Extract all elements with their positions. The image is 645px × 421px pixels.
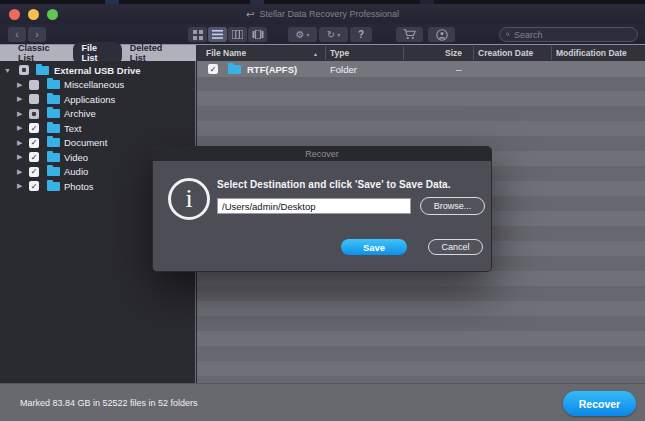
tree-item-archive[interactable]: ▶ Archive [0,107,195,122]
disclosure-collapsed-icon[interactable]: ▶ [17,182,22,190]
view-list-button[interactable] [208,27,227,42]
folder-icon [47,153,60,162]
disclosure-expanded-icon[interactable]: ▼ [4,67,11,74]
folder-icon [47,109,60,118]
forward-button[interactable]: › [28,27,46,42]
tree-checkbox[interactable] [29,80,39,90]
dialog-titlebar[interactable]: Recover [153,147,491,161]
search-field[interactable] [499,27,638,42]
folder-icon [47,138,60,147]
tree-checkbox[interactable] [29,152,39,162]
question-mark-icon: ? [358,29,364,40]
folder-icon [47,182,60,191]
coverflow-view-icon [252,30,264,39]
restore-icon: ↻ [327,30,335,40]
grid-view-icon [193,30,203,40]
tree-checkbox[interactable] [29,123,39,133]
tree-item-label: Miscellaneous [64,79,124,90]
disclosure-collapsed-icon[interactable]: ▶ [17,124,22,132]
disclosure-collapsed-icon[interactable]: ▶ [17,95,22,103]
info-icon: i [168,178,210,220]
save-button[interactable]: Save [341,239,407,255]
folder-icon [47,124,60,133]
tree-item-label: Text [64,123,81,134]
row-checkbox[interactable] [208,64,218,74]
app-window: ↩ Stellar Data Recovery Professional ‹ › [0,0,645,421]
cancel-button[interactable]: Cancel [428,239,483,255]
help-button[interactable]: ? [350,27,372,42]
marked-summary-text: Marked 83.84 GB in 52522 files in 52 fol… [20,384,198,421]
account-button[interactable] [428,27,455,42]
window-titlebar: ↩ Stellar Data Recovery Professional [0,4,645,24]
view-grid-button[interactable] [188,27,207,42]
file-row-selected[interactable]: RTF(APFS) Folder -- [197,61,645,77]
list-mode-tabbar: Classic List File List Deleted List [0,45,196,61]
app-logo-icon: ↩ [246,9,254,20]
browse-button[interactable]: Browse... [420,197,485,215]
folder-icon [47,80,60,89]
search-icon [506,30,510,39]
column-header-type[interactable]: Type [330,45,349,61]
columns-view-icon [232,30,243,39]
tree-item-root[interactable]: ▼ External USB Drive [0,63,195,78]
file-type-cell: Folder [330,61,357,77]
tree-item-label: Audio [64,166,88,177]
person-icon [436,29,448,41]
column-header-modification-date[interactable]: Modification Date [556,45,627,61]
view-coverflow-button[interactable] [248,27,267,42]
tree-item-label: Archive [64,108,96,119]
sort-ascending-icon[interactable]: ▴ [314,45,317,61]
recover-button[interactable]: Recover [563,391,636,416]
search-input[interactable] [514,30,631,40]
folder-icon [228,65,241,74]
disclosure-collapsed-icon[interactable]: ▶ [17,81,22,89]
window-title-group: ↩ Stellar Data Recovery Professional [0,4,645,24]
folder-icon [36,66,49,75]
tree-item-applications[interactable]: ▶ Applications [0,92,195,107]
file-size-cell: -- [403,61,462,77]
tree-checkbox[interactable] [29,138,39,148]
disclosure-collapsed-icon[interactable]: ▶ [17,168,22,176]
column-divider[interactable] [325,46,326,60]
folder-icon [47,167,60,176]
tree-item-label: External USB Drive [54,65,141,76]
tree-checkbox[interactable] [29,181,39,191]
chevron-right-icon: › [35,30,38,40]
destination-path-input[interactable] [217,198,411,214]
column-header-size[interactable]: Size [403,45,462,61]
view-columns-button[interactable] [228,27,247,42]
gear-icon: ⚙ [296,30,305,40]
disclosure-collapsed-icon[interactable]: ▶ [17,110,22,118]
recover-dialog: Recover i Select Destination and click '… [152,146,492,272]
tree-item-label: Document [64,137,107,148]
file-table-header: File Name ▴ Type Size Creation Date Modi… [196,45,645,61]
disclosure-collapsed-icon[interactable]: ▶ [17,139,22,147]
column-divider[interactable] [473,46,474,60]
tree-checkbox[interactable] [19,65,29,75]
dialog-message: Select Destination and click 'Save' to S… [217,179,451,190]
tree-item-text[interactable]: ▶ Text [0,121,195,136]
column-divider[interactable] [551,46,552,60]
dialog-title: Recover [305,149,339,159]
status-bar: Marked 83.84 GB in 52522 files in 52 fol… [0,383,645,421]
column-header-creation-date[interactable]: Creation Date [478,45,533,61]
chevron-down-icon: ▾ [337,31,340,38]
tree-item-label: Applications [64,94,115,105]
tree-checkbox[interactable] [29,167,39,177]
tree-item-label: Video [64,152,88,163]
buy-button[interactable] [396,27,423,42]
back-button[interactable]: ‹ [8,27,26,42]
tree-checkbox[interactable] [29,94,39,104]
chevron-left-icon: ‹ [15,30,18,40]
cart-icon [403,29,416,40]
tree-checkbox[interactable] [29,109,39,119]
file-name-cell: RTF(APFS) [247,61,297,77]
tree-item-miscellaneous[interactable]: ▶ Miscellaneous [0,78,195,93]
window-title: Stellar Data Recovery Professional [259,9,399,19]
folder-icon [47,95,60,104]
settings-menu-button[interactable]: ⚙ ▾ [288,27,317,42]
tree-item-label: Photos [64,181,94,192]
resume-recovery-menu-button[interactable]: ↻ ▾ [319,27,348,42]
disclosure-collapsed-icon[interactable]: ▶ [17,153,22,161]
column-header-file-name[interactable]: File Name [206,45,246,61]
